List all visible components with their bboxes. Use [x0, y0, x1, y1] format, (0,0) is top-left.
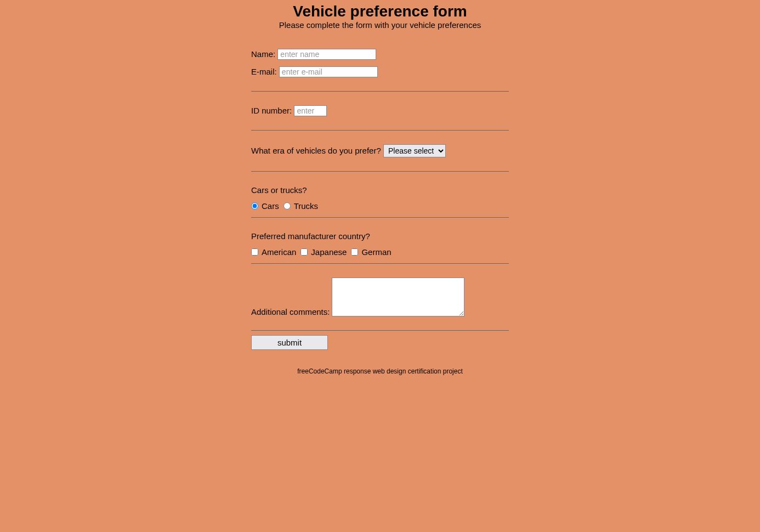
email-input[interactable]	[279, 66, 378, 77]
german-checkbox-label[interactable]: German	[351, 247, 391, 257]
american-checkbox-label[interactable]: American	[251, 247, 296, 257]
american-checkbox[interactable]	[251, 248, 258, 256]
divider	[251, 330, 509, 331]
japanese-text: Japanese	[311, 247, 347, 257]
american-text: American	[262, 247, 296, 257]
vehicle-type-label: Cars or trucks?	[251, 185, 624, 195]
footer-text: freeCodeCamp response web design certifi…	[136, 367, 624, 375]
cars-radio-label[interactable]: Cars	[251, 201, 279, 211]
era-label: What era of vehicles do you prefer?	[251, 146, 381, 155]
german-text: German	[361, 247, 391, 257]
trucks-radio[interactable]	[283, 202, 291, 210]
comments-label: Additional comments:	[251, 307, 330, 316]
german-checkbox[interactable]	[351, 248, 358, 256]
name-label: Name:	[251, 49, 275, 59]
divider	[251, 130, 509, 131]
submit-button[interactable]: submit	[251, 335, 328, 350]
comments-textarea[interactable]	[332, 278, 464, 316]
era-select[interactable]: Please select	[383, 144, 446, 157]
trucks-text: Trucks	[294, 201, 318, 211]
divider	[251, 263, 509, 264]
japanese-checkbox-label[interactable]: Japanese	[300, 247, 347, 257]
country-label: Preferred manufacturer country?	[251, 231, 624, 241]
trucks-radio-label[interactable]: Trucks	[283, 201, 318, 211]
id-label: ID number:	[251, 106, 292, 115]
id-input[interactable]	[294, 105, 327, 116]
divider	[251, 91, 509, 92]
cars-text: Cars	[262, 201, 279, 211]
name-input[interactable]	[277, 49, 376, 60]
divider	[251, 171, 509, 172]
page-title: Vehicle preference form	[136, 3, 624, 20]
page-subtitle: Please complete the form with your vehic…	[136, 20, 624, 30]
cars-radio[interactable]	[251, 202, 258, 210]
japanese-checkbox[interactable]	[300, 248, 308, 256]
email-label: E-mail:	[251, 67, 277, 76]
divider	[251, 217, 509, 218]
